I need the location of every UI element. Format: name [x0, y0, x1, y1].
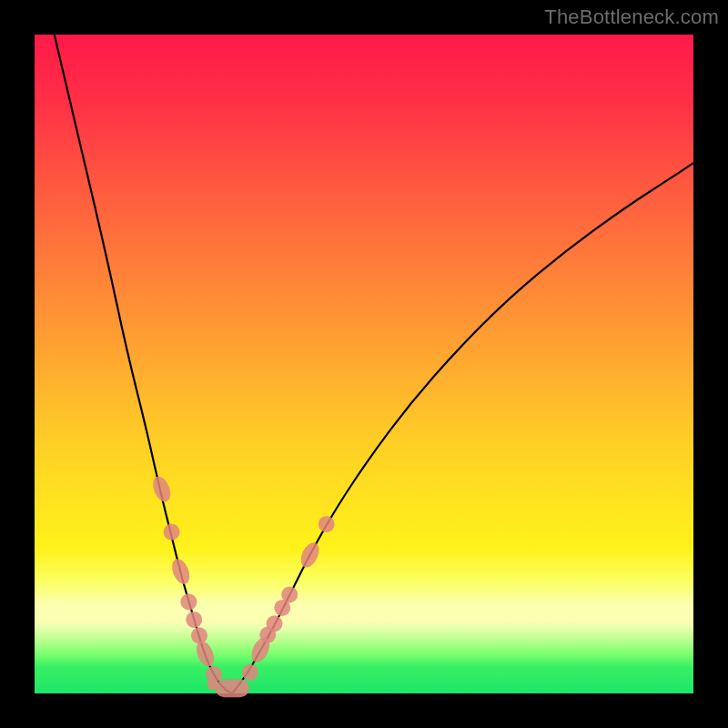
marker-pill-left-2: [168, 556, 193, 586]
marker-minimum-nub: [207, 679, 217, 690]
marker-dot-right-3: [267, 615, 283, 632]
marker-minimum-blob: [215, 679, 249, 697]
outer-frame: TheBottleneck.com: [0, 0, 728, 728]
watermark-text: TheBottleneck.com: [544, 5, 719, 29]
marker-dot-right-5: [281, 586, 298, 602]
marker-dot-left-5: [191, 627, 207, 643]
chart-svg: [35, 35, 693, 693]
marker-dot-left-4: [186, 612, 202, 628]
curve-right-curve: [232, 163, 693, 693]
marker-dot-left-3: [180, 593, 197, 610]
marker-pill-right-6: [298, 540, 323, 570]
marker-dot-left-1: [164, 524, 180, 541]
curve-left-curve: [55, 35, 232, 693]
marker-dot-right-0: [242, 664, 258, 681]
marker-pill-left-6: [193, 639, 217, 669]
marker-pill-left-0: [149, 474, 174, 504]
plot-area: [35, 35, 693, 693]
marker-dot-right-7: [318, 516, 335, 532]
